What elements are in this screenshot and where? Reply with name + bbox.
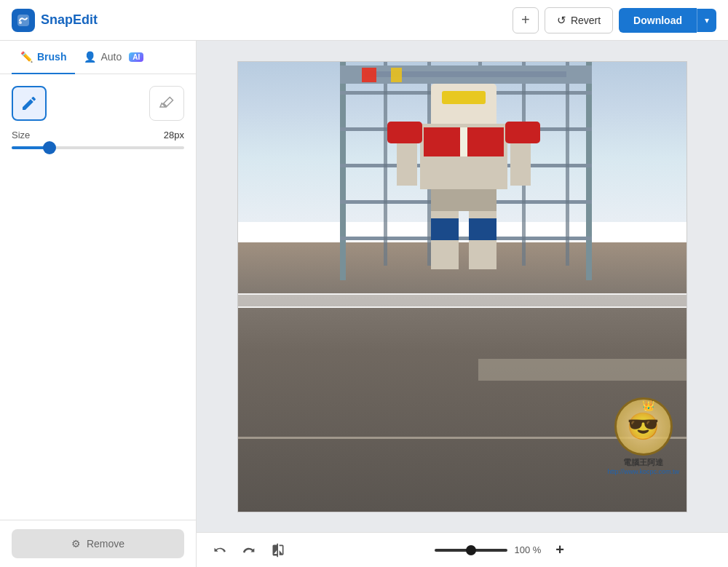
header: SnapEdit + ↺ Revert Download ▾	[0, 0, 728, 41]
robot-shoulder-right	[505, 122, 540, 143]
scaffold-right	[586, 62, 592, 280]
toolbar-center: 100 % +	[435, 539, 571, 562]
main: ✏️ Brush 👤 Auto AI	[0, 41, 728, 567]
zoom-value: 100 %	[513, 544, 542, 555]
remove-label: Remove	[87, 538, 124, 550]
watermark-chinese: 電腦王阿達	[623, 457, 663, 468]
compare-icon	[271, 543, 285, 558]
robot-chest-left	[424, 127, 460, 156]
tool-row	[12, 86, 184, 121]
scaffold-m1	[384, 62, 387, 266]
auto-tab-icon: 👤	[84, 51, 96, 63]
revert-icon: ↺	[557, 14, 566, 27]
tab-auto[interactable]: 👤 Auto AI	[75, 41, 152, 74]
app-name: SnapEdit	[41, 12, 98, 28]
watermark-text-block: 電腦王阿達 http://www.kocpc.com.tw	[607, 457, 679, 475]
canvas-area: 😎 電腦王阿達 http://www.kocpc.com.tw 👑	[197, 41, 728, 567]
eraser-tool-icon	[158, 95, 175, 112]
undo-icon	[213, 543, 227, 558]
size-slider[interactable]	[12, 146, 184, 149]
auto-tab-label: Auto	[100, 51, 122, 63]
bottom-toolbar: 100 % +	[197, 532, 728, 567]
robot-shoulder-left	[387, 122, 422, 143]
tab-brush[interactable]: ✏️ Brush	[12, 41, 75, 74]
size-value: 28px	[164, 130, 184, 140]
sidebar-content: Size 28px	[0, 74, 196, 520]
image-wrapper[interactable]: 😎 電腦王阿達 http://www.kocpc.com.tw 👑	[237, 61, 687, 512]
logo: SnapEdit	[12, 9, 98, 32]
robot-waist	[431, 189, 496, 211]
image-container: 😎 電腦王阿達 http://www.kocpc.com.tw 👑	[197, 41, 728, 532]
remove-button[interactable]: ⚙ Remove	[12, 529, 184, 558]
brush-tab-label: Brush	[37, 51, 66, 63]
redo-icon	[242, 543, 256, 558]
robot-knee-left	[431, 218, 459, 240]
ai-badge: AI	[129, 52, 143, 62]
redo-button[interactable]	[237, 539, 261, 562]
size-row: Size 28px	[12, 130, 184, 140]
watermark-emoji: 😎	[627, 411, 660, 442]
compare-button[interactable]	[266, 539, 290, 562]
robot-chest-mid	[460, 127, 467, 156]
revert-button[interactable]: ↺ Revert	[545, 7, 613, 33]
svg-point-1	[19, 21, 22, 24]
zoom-slider[interactable]	[435, 549, 507, 552]
brush-tool-button[interactable]	[12, 86, 47, 121]
watermark-url: http://www.kocpc.com.tw	[607, 468, 679, 475]
toolbar-left	[208, 539, 290, 562]
sidebar-footer: ⚙ Remove	[0, 520, 196, 567]
robot-knee-right	[469, 218, 496, 240]
download-group: Download ▾	[619, 8, 716, 33]
fence	[238, 293, 687, 308]
robot-chest-right	[467, 127, 504, 156]
header-actions: + ↺ Revert Download ▾	[513, 7, 716, 33]
app-icon	[12, 9, 35, 32]
size-label: Size	[12, 130, 30, 140]
scaffold-h5	[340, 237, 592, 240]
slider-thumb[interactable]	[43, 141, 56, 154]
add-button[interactable]: +	[513, 7, 539, 33]
crown-icon: 👑	[642, 400, 654, 411]
crane-top	[340, 66, 592, 84]
brush-tab-icon: ✏️	[20, 51, 33, 63]
scaffold-left	[340, 62, 346, 280]
download-dropdown-button[interactable]: ▾	[697, 9, 716, 32]
download-button[interactable]: Download	[619, 8, 697, 33]
eraser-tool-button[interactable]	[149, 86, 184, 121]
sidebar: ✏️ Brush 👤 Auto AI	[0, 41, 197, 567]
zoom-thumb[interactable]	[466, 545, 476, 555]
robot-visor	[442, 91, 486, 104]
scaffold-m5	[566, 62, 569, 266]
brush-tool-icon	[20, 95, 38, 112]
accent-y1	[391, 68, 402, 82]
sidebar-tabs: ✏️ Brush 👤 Auto AI	[0, 41, 196, 74]
remove-icon: ⚙	[71, 538, 81, 550]
zoom-in-button[interactable]: +	[548, 539, 571, 562]
accent-r1	[362, 68, 376, 82]
road-marking	[478, 359, 687, 381]
revert-label: Revert	[571, 15, 601, 26]
undo-button[interactable]	[208, 539, 232, 562]
